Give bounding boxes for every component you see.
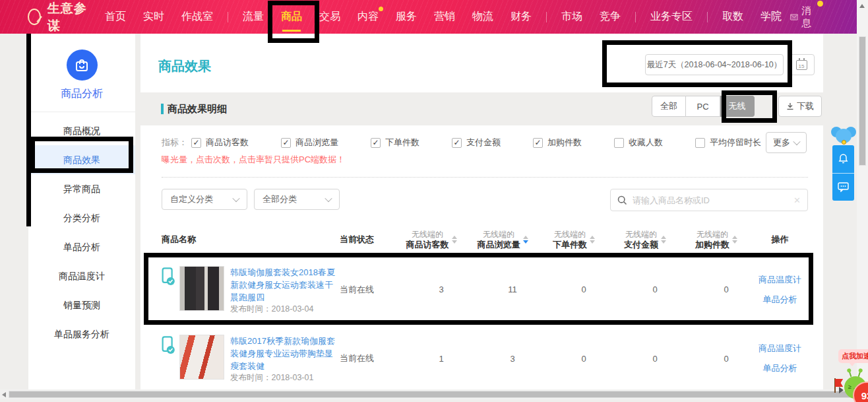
nav-item-finance[interactable]: 财务: [511, 10, 532, 24]
product-search-box: ✕: [610, 189, 808, 211]
section-title: 商品效果明细: [161, 103, 227, 116]
nav-item-realtime[interactable]: 实时: [143, 10, 164, 24]
vertical-scroll-thumb[interactable]: [859, 36, 866, 166]
nav-item-data-extract[interactable]: 取数: [722, 10, 743, 24]
sidebar-item-overview[interactable]: 商品概况: [28, 116, 135, 145]
sort-arrows-icon[interactable]: [590, 236, 595, 244]
play-arrow-icon[interactable]: [839, 387, 844, 393]
product-text: 韩版2017秋季新款瑜伽服套装健身服专业运动带胸垫显瘦套装健发布时间：2018-…: [230, 335, 340, 381]
metric-header-text: 无线端的商品访客数: [406, 230, 449, 250]
nav-item-business-zone[interactable]: 业务专区: [650, 10, 693, 24]
nav-messages-label: 消息: [801, 5, 817, 30]
status-value: 当前在线: [340, 284, 396, 296]
more-label: 更多: [773, 137, 790, 149]
actions-cell: 商品温度计单品分析: [752, 274, 808, 306]
date-range-picker[interactable]: 最近7天（2018-06-04~2018-06-10）: [645, 54, 784, 75]
section-band: 商品效果明细 全部PC无线 下载: [140, 92, 823, 125]
action-link[interactable]: 单品分析: [763, 362, 797, 374]
chat-icon: [838, 182, 849, 192]
mobile-check-icon: [162, 267, 175, 288]
metric-checkbox-5[interactable]: 收藏人数: [614, 137, 663, 149]
nav-item-marketing[interactable]: 营销: [434, 10, 455, 24]
vertical-scrollbar[interactable]: [857, 0, 868, 402]
metric-checkbox-1[interactable]: ✓商品浏览量: [281, 137, 338, 149]
sort-arrows-icon[interactable]: [732, 236, 737, 244]
nav-item-service[interactable]: 服务: [396, 10, 417, 24]
nav-item-trade[interactable]: 交易: [319, 10, 340, 24]
red-flag-icon: [835, 379, 843, 387]
tab-pc[interactable]: PC: [686, 96, 720, 117]
chevron-down-icon: [232, 195, 239, 202]
sidebar-title: 商品分析: [28, 87, 135, 112]
action-link[interactable]: 商品温度计: [759, 343, 801, 354]
nav-item-messages[interactable]: 消息: [790, 5, 817, 30]
sidebar-item-single-item[interactable]: 单品分析: [28, 232, 135, 261]
metric-value: 0: [609, 285, 681, 294]
sidebar-item-effect[interactable]: 商品效果: [28, 145, 135, 174]
nav-item-goods[interactable]: 商品: [281, 10, 302, 24]
sort-up-icon: [590, 236, 595, 239]
notification-bell-button[interactable]: [832, 145, 854, 173]
clear-search-icon[interactable]: ✕: [793, 195, 801, 205]
metric-checkbox-2[interactable]: ✓下单件数: [371, 137, 419, 149]
nav-item-market[interactable]: 市场: [561, 10, 582, 24]
page-title: 商品效果: [158, 57, 211, 75]
metric-header-prefix: 无线端的: [553, 230, 587, 240]
checkbox-icon: ✓: [533, 138, 543, 148]
accelerate-bubble[interactable]: 点我加速: [838, 349, 868, 363]
action-link[interactable]: 商品温度计: [759, 274, 801, 286]
tab-wireless[interactable]: 无线: [720, 96, 755, 117]
more-metrics-button[interactable]: 更多: [766, 132, 807, 153]
metric-header-name: 支付金额: [624, 240, 658, 250]
metric-checkbox-0[interactable]: ✓商品访客数: [191, 137, 249, 149]
metric-header-text: 无线端的加购件数: [695, 230, 729, 250]
download-button[interactable]: 下载: [778, 96, 822, 117]
nav-item-academy[interactable]: 学院: [760, 10, 782, 24]
nav-item-home[interactable]: 首页: [105, 10, 126, 24]
nav-item-competition[interactable]: 竞争: [600, 10, 621, 24]
metric-value: 1: [396, 354, 467, 364]
sort-arrows-icon[interactable]: [452, 236, 457, 244]
nav-item-content[interactable]: 内容: [357, 10, 379, 24]
nav-item-warroom[interactable]: 作战室: [181, 10, 213, 24]
custom-category-select[interactable]: 自定义分类: [162, 189, 247, 210]
sidebar-item-item-service[interactable]: 单品服务分析: [28, 319, 135, 349]
sort-arrows-icon[interactable]: [523, 236, 528, 244]
scroll-left-arrow[interactable]: [2, 392, 6, 397]
column-header-status: 当前状态: [340, 234, 396, 246]
action-link[interactable]: 单品分析: [763, 294, 797, 306]
nav-item-logistics[interactable]: 物流: [472, 10, 493, 24]
sidebar-item-category[interactable]: 分类分析: [28, 203, 135, 232]
product-title-link[interactable]: 韩版瑜伽服套装女2018春夏新款健身服女运动套装速干晨跑服四: [230, 266, 340, 304]
nav-item-traffic[interactable]: 流量: [243, 10, 264, 24]
all-category-select[interactable]: 全部分类: [254, 189, 340, 210]
tab-all[interactable]: 全部: [652, 96, 686, 117]
metric-checkbox-4[interactable]: ✓加购件数: [533, 137, 582, 149]
sidebar-item-abnormal[interactable]: 异常商品: [28, 174, 135, 203]
search-icon: [617, 195, 627, 205]
metric-checkbox-3[interactable]: ✓支付金额: [452, 137, 501, 149]
sidebar-item-forecast[interactable]: 销量预测: [28, 290, 135, 319]
brand[interactable]: 生意参谋: [28, 0, 87, 34]
metric-value: 11: [467, 285, 538, 294]
sort-down-icon: [523, 240, 528, 244]
metric-checkbox-6[interactable]: 平均停留时长: [695, 137, 761, 149]
chevron-down-icon: [793, 138, 800, 145]
feedback-chat-button[interactable]: [832, 173, 854, 201]
sidebar-item-thermometer[interactable]: 商品温度计: [28, 261, 135, 290]
calendar-button[interactable]: 15: [788, 54, 815, 75]
metric-header-text: 无线端的下单件数: [553, 230, 587, 250]
product-title-link[interactable]: 韩版2017秋季新款瑜伽服套装健身服专业运动带胸垫显瘦套装健: [230, 335, 340, 372]
product-thumbnail[interactable]: [179, 266, 224, 311]
product-thumbnail[interactable]: [179, 335, 224, 380]
horizontal-scroll-thumb[interactable]: [9, 391, 855, 398]
metric-header-prefix: 无线端的: [624, 230, 658, 240]
column-header-metric-3: 无线端的支付金额: [609, 230, 681, 250]
sort-up-icon: [452, 236, 457, 239]
metric-label: 下单件数: [385, 137, 419, 149]
horizontal-scrollbar[interactable]: [0, 389, 857, 399]
metric-label: 支付金额: [466, 137, 501, 149]
scroll-up-arrow[interactable]: [859, 4, 865, 8]
sort-arrows-icon[interactable]: [661, 236, 666, 244]
product-search-input[interactable]: [633, 195, 793, 205]
